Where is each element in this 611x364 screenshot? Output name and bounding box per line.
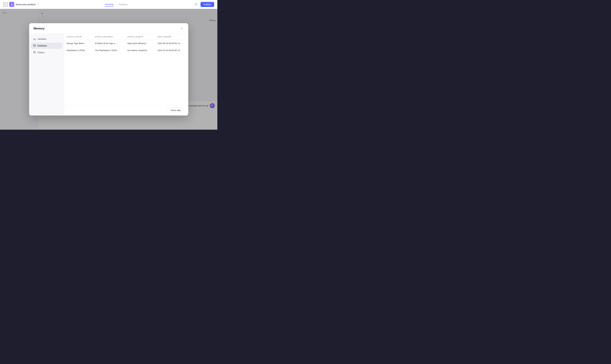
modal-sidebar: (x) Variables bbox=[29, 34, 64, 116]
database-table: product_name product_description product… bbox=[64, 34, 188, 54]
table-wrapper[interactable]: product_name product_description product… bbox=[64, 34, 188, 105]
cell-product-image-2: tos-maliva-i-3sotts7ts... bbox=[125, 47, 155, 54]
required-indicator-date bbox=[170, 36, 171, 37]
app-icon: K bbox=[9, 2, 14, 7]
cell-product-desc-1: El Birkin 30 de Togo e... bbox=[92, 40, 125, 47]
cell-product-image-1: https://p16-official-pl... bbox=[125, 40, 155, 47]
tab-analysis[interactable]: Analysis bbox=[119, 2, 128, 6]
nav-label-database: Database bbox=[37, 44, 47, 47]
tab-develop[interactable]: Develop bbox=[105, 2, 114, 7]
edit-icon: ✎ bbox=[37, 3, 39, 6]
cell-product-name-2: PlayStation 5 (PS5) bbox=[64, 47, 92, 54]
modal-body: (x) Variables bbox=[29, 34, 188, 116]
table-row[interactable]: PlayStation 5 (PS5) The PlayStation 5 (P… bbox=[64, 47, 188, 54]
app-title: know your product bbox=[16, 3, 36, 6]
required-indicator-name bbox=[80, 36, 81, 37]
col-header-date-created: date_created bbox=[155, 34, 188, 40]
modal-overlay[interactable]: Memory × (x) Variables bbox=[0, 9, 217, 130]
filebox-icon bbox=[33, 51, 36, 54]
nav-item-filebox[interactable]: Filebox bbox=[31, 50, 62, 56]
svg-rect-1 bbox=[34, 52, 36, 53]
modal-header: Memory × bbox=[29, 23, 188, 34]
content-area: Arra Debug 3. – – – ====== ### Sk – Inpu… bbox=[0, 9, 217, 130]
nav-item-variables[interactable]: (x) Variables bbox=[31, 36, 62, 42]
modal-table-content: product_name product_description product… bbox=[64, 34, 188, 116]
table-header-row: product_name product_description product… bbox=[64, 34, 188, 40]
publish-button[interactable]: Publish bbox=[200, 2, 214, 7]
database-icon bbox=[33, 44, 36, 47]
back-button[interactable]: ← bbox=[3, 2, 8, 7]
nav-label-filebox: Filebox bbox=[37, 51, 45, 54]
modal-footer: Reset data bbox=[64, 105, 188, 116]
topbar-right: 🕐 Publish bbox=[194, 2, 214, 7]
svg-point-0 bbox=[34, 45, 36, 45]
col-header-product-image: product_image bbox=[125, 34, 155, 40]
topbar-left: ← K know your product ✎ bbox=[3, 2, 39, 7]
cell-product-desc-2: The PlayStation 5 (PS5... bbox=[92, 47, 125, 54]
cell-date-created-1: 2024-09-18 00:00:00 +0... bbox=[155, 40, 188, 47]
col-header-product-description: product_description bbox=[92, 34, 125, 40]
cell-product-name-1: Etoupe Togo Birkin ... bbox=[64, 40, 92, 47]
topbar-center: Develop Analysis bbox=[42, 2, 191, 7]
memory-modal: Memory × (x) Variables bbox=[29, 23, 188, 116]
nav-label-variables: Variables bbox=[37, 38, 46, 40]
modal-title: Memory bbox=[34, 27, 45, 30]
app-background: ← K know your product ✎ Develop Analysis… bbox=[0, 0, 217, 130]
cell-date-created-2: 2024-10-10 00:00:00 +0... bbox=[155, 47, 188, 54]
modal-close-button[interactable]: × bbox=[179, 26, 184, 31]
variables-icon: (x) bbox=[33, 38, 36, 40]
topbar: ← K know your product ✎ Develop Analysis… bbox=[0, 0, 217, 9]
required-indicator-image bbox=[142, 36, 143, 37]
reset-data-button[interactable]: Reset data bbox=[168, 108, 184, 113]
nav-item-database[interactable]: Database bbox=[31, 43, 62, 49]
history-button[interactable]: 🕐 bbox=[194, 2, 199, 7]
table-row[interactable]: Etoupe Togo Birkin ... El Birkin 30 de T… bbox=[64, 40, 188, 47]
col-header-product-name: product_name bbox=[64, 34, 92, 40]
